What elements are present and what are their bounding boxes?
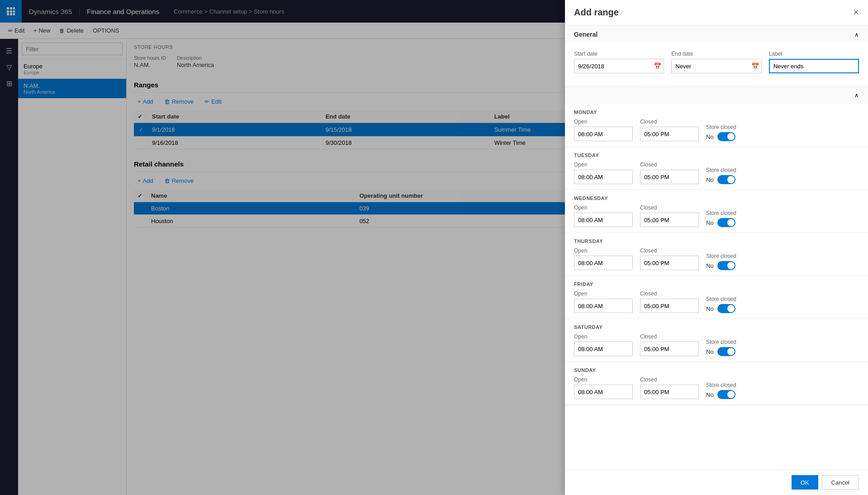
day-label: MONDAY [574, 109, 859, 115]
days-container: MONDAY Open Closed Store closed No TUESD… [565, 104, 868, 405]
start-date-input[interactable] [574, 59, 664, 73]
store-closed-toggle[interactable] [717, 390, 735, 399]
end-date-input-wrapper: 📅 [671, 59, 761, 73]
day-closed-input[interactable] [640, 170, 699, 184]
day-fields: Open Closed Store closed No [574, 119, 859, 141]
dialog-date-row: Start date 📅 End date 📅 [574, 51, 859, 73]
day-closed-input[interactable] [640, 299, 699, 313]
day-fields: Open Closed Store closed No [574, 290, 859, 313]
store-closed-field: Store closed No [706, 339, 736, 356]
day-section-friday: FRIDAY Open Closed Store closed No [565, 276, 868, 319]
store-closed-field: Store closed No [706, 167, 736, 184]
day-closed-input[interactable] [640, 127, 699, 141]
day-open-label: Open [574, 290, 633, 297]
day-label: FRIDAY [574, 281, 859, 287]
dialog-general-body: Start date 📅 End date 📅 [565, 43, 868, 86]
day-section-tuesday: TUESDAY Open Closed Store closed No [565, 147, 868, 190]
store-closed-field: Store closed No [706, 253, 736, 270]
end-date-input[interactable] [671, 59, 761, 73]
store-closed-field: Store closed No [706, 124, 736, 141]
store-closed-toggle[interactable] [717, 132, 735, 141]
day-open-input[interactable] [574, 256, 633, 270]
day-section-wednesday: WEDNESDAY Open Closed Store closed No [565, 190, 868, 233]
day-closed-input[interactable] [640, 213, 699, 227]
day-open-input[interactable] [574, 342, 633, 356]
label-label: Label [769, 51, 859, 57]
store-closed-no: No [706, 133, 714, 140]
day-closed-field: Closed [640, 290, 699, 313]
dialog-general-header[interactable]: General ∧ [565, 25, 868, 43]
day-label: THURSDAY [574, 238, 859, 244]
day-open-field: Open [574, 162, 633, 184]
day-fields: Open Closed Store closed No [574, 205, 859, 227]
end-date-field: End date 📅 [671, 51, 761, 73]
dialog-general-section: General ∧ Start date 📅 End date [565, 25, 868, 86]
day-closed-input[interactable] [640, 342, 699, 356]
day-section-monday: MONDAY Open Closed Store closed No [565, 104, 868, 147]
ok-button[interactable]: OK [792, 475, 818, 490]
day-open-label: Open [574, 162, 633, 168]
day-section-thursday: THURSDAY Open Closed Store closed No [565, 233, 868, 276]
dialog-header: Add range ✕ [565, 0, 868, 25]
day-open-input[interactable] [574, 170, 633, 184]
store-closed-row: No [706, 347, 736, 356]
day-open-input[interactable] [574, 385, 633, 399]
store-closed-label: Store closed [706, 167, 736, 173]
day-open-field: Open [574, 205, 633, 227]
day-open-field: Open [574, 333, 633, 356]
dialog-title: Add range [574, 7, 619, 18]
day-closed-label: Closed [640, 205, 699, 211]
day-open-label: Open [574, 119, 633, 125]
day-closed-field: Closed [640, 376, 699, 399]
day-open-field: Open [574, 248, 633, 270]
day-open-field: Open [574, 376, 633, 399]
store-closed-toggle[interactable] [717, 261, 735, 270]
store-closed-row: No [706, 132, 736, 141]
collapse-days-icon: ∧ [854, 92, 859, 99]
collapse-icon: ∧ [854, 31, 859, 38]
day-closed-field: Closed [640, 162, 699, 184]
day-closed-input[interactable] [640, 385, 699, 399]
store-closed-label: Store closed [706, 339, 736, 345]
day-closed-field: Closed [640, 333, 699, 356]
day-label: SUNDAY [574, 367, 859, 373]
day-open-field: Open [574, 290, 633, 313]
day-fields: Open Closed Store closed No [574, 333, 859, 356]
dialog-close-button[interactable]: ✕ [853, 8, 859, 17]
dialog-days-header[interactable]: ∧ [565, 86, 868, 104]
store-closed-no: No [706, 305, 714, 312]
day-closed-field: Closed [640, 248, 699, 270]
day-section-sunday: SUNDAY Open Closed Store closed No [565, 362, 868, 405]
label-input[interactable] [769, 59, 859, 73]
day-fields: Open Closed Store closed No [574, 376, 859, 399]
store-closed-label: Store closed [706, 382, 736, 388]
day-fields: Open Closed Store closed No [574, 162, 859, 184]
day-closed-label: Closed [640, 248, 699, 254]
store-closed-label: Store closed [706, 296, 736, 302]
store-closed-toggle[interactable] [717, 218, 735, 227]
store-closed-no: No [706, 262, 714, 269]
end-date-label: End date [671, 51, 761, 57]
day-open-input[interactable] [574, 299, 633, 313]
day-open-label: Open [574, 333, 633, 340]
store-closed-toggle[interactable] [717, 304, 735, 313]
store-closed-toggle[interactable] [717, 175, 735, 184]
day-closed-label: Closed [640, 290, 699, 297]
day-label: TUESDAY [574, 152, 859, 158]
day-open-input[interactable] [574, 127, 633, 141]
dialog-general-title: General [574, 31, 598, 38]
day-open-input[interactable] [574, 213, 633, 227]
dialog-body: General ∧ Start date 📅 End date [565, 25, 868, 469]
calendar-icon: 📅 [654, 62, 661, 70]
cancel-button[interactable]: Cancel [822, 475, 859, 490]
store-closed-row: No [706, 304, 736, 313]
day-label: SATURDAY [574, 324, 859, 330]
day-closed-input[interactable] [640, 256, 699, 270]
day-fields: Open Closed Store closed No [574, 248, 859, 270]
day-closed-field: Closed [640, 205, 699, 227]
dialog-footer: OK Cancel [565, 469, 868, 495]
day-closed-label: Closed [640, 333, 699, 340]
store-closed-toggle[interactable] [717, 347, 735, 356]
label-field: Label [769, 51, 859, 73]
store-closed-row: No [706, 390, 736, 399]
